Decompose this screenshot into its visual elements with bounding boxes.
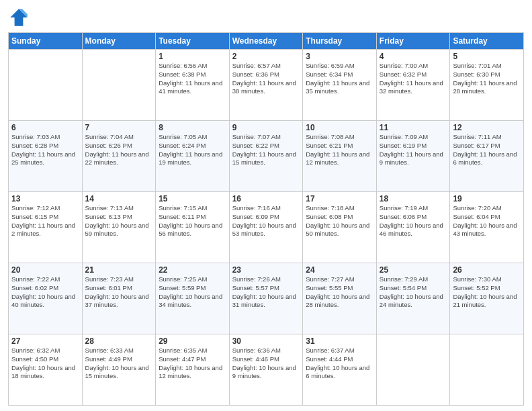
day-number: 19 — [453, 194, 521, 203]
day-number: 11 — [380, 123, 447, 132]
day-info: Sunrise: 7:08 AMSunset: 6:21 PMDaylight:… — [306, 133, 373, 167]
calendar-week-row: 13Sunrise: 7:12 AMSunset: 6:15 PMDayligh… — [9, 192, 524, 263]
calendar-cell — [9, 50, 83, 121]
day-number: 7 — [85, 123, 153, 132]
calendar-cell: 5Sunrise: 7:01 AMSunset: 6:30 PMDaylight… — [450, 50, 524, 121]
day-number: 9 — [232, 123, 300, 132]
calendar-cell: 13Sunrise: 7:12 AMSunset: 6:15 PMDayligh… — [9, 192, 83, 263]
calendar-cell: 17Sunrise: 7:18 AMSunset: 6:08 PMDayligh… — [303, 192, 377, 263]
day-info: Sunrise: 7:20 AMSunset: 6:04 PMDaylight:… — [453, 204, 521, 238]
day-info: Sunrise: 7:22 AMSunset: 6:02 PMDaylight:… — [11, 275, 79, 310]
logo — [8, 7, 32, 28]
day-number: 29 — [159, 336, 226, 346]
calendar-cell: 23Sunrise: 7:26 AMSunset: 5:57 PMDayligh… — [229, 263, 303, 334]
day-info: Sunrise: 7:05 AMSunset: 6:24 PMDaylight:… — [159, 133, 226, 167]
day-number: 8 — [159, 123, 226, 132]
day-number: 2 — [232, 52, 300, 61]
day-number: 26 — [453, 265, 521, 275]
day-info: Sunrise: 7:01 AMSunset: 6:30 PMDaylight:… — [453, 62, 521, 96]
weekday-header: Wednesday — [229, 33, 303, 50]
calendar-cell: 21Sunrise: 7:23 AMSunset: 6:01 PMDayligh… — [82, 263, 156, 334]
weekday-header: Sunday — [9, 33, 83, 50]
calendar-table: SundayMondayTuesdayWednesdayThursdayFrid… — [8, 32, 524, 406]
weekday-header: Thursday — [303, 33, 377, 50]
calendar-cell — [450, 334, 524, 406]
day-info: Sunrise: 7:03 AMSunset: 6:28 PMDaylight:… — [11, 133, 79, 167]
day-number: 10 — [306, 123, 373, 132]
day-info: Sunrise: 7:26 AMSunset: 5:57 PMDaylight:… — [232, 275, 300, 310]
calendar-cell: 18Sunrise: 7:19 AMSunset: 6:06 PMDayligh… — [376, 192, 450, 263]
day-number: 25 — [380, 265, 447, 275]
day-info: Sunrise: 7:00 AMSunset: 6:32 PMDaylight:… — [380, 62, 447, 96]
calendar-cell: 8Sunrise: 7:05 AMSunset: 6:24 PMDaylight… — [156, 121, 230, 192]
day-number: 28 — [85, 336, 153, 346]
day-number: 21 — [85, 265, 153, 275]
header — [8, 7, 524, 28]
calendar-cell: 11Sunrise: 7:09 AMSunset: 6:19 PMDayligh… — [376, 121, 450, 192]
day-number: 14 — [85, 194, 153, 203]
day-number: 4 — [380, 52, 447, 61]
day-info: Sunrise: 7:13 AMSunset: 6:13 PMDaylight:… — [85, 204, 153, 238]
calendar-cell: 14Sunrise: 7:13 AMSunset: 6:13 PMDayligh… — [82, 192, 156, 263]
day-info: Sunrise: 7:11 AMSunset: 6:17 PMDaylight:… — [453, 133, 521, 167]
day-number: 5 — [453, 52, 521, 61]
day-number: 22 — [159, 265, 226, 275]
day-number: 15 — [159, 194, 226, 203]
weekday-header: Monday — [82, 33, 156, 50]
day-info: Sunrise: 7:09 AMSunset: 6:19 PMDaylight:… — [380, 133, 447, 167]
day-info: Sunrise: 7:15 AMSunset: 6:11 PMDaylight:… — [159, 204, 226, 238]
calendar-cell: 4Sunrise: 7:00 AMSunset: 6:32 PMDaylight… — [376, 50, 450, 121]
day-info: Sunrise: 7:12 AMSunset: 6:15 PMDaylight:… — [11, 204, 79, 238]
day-number: 18 — [380, 194, 447, 203]
day-number: 16 — [232, 194, 300, 203]
calendar-cell: 6Sunrise: 7:03 AMSunset: 6:28 PMDaylight… — [9, 121, 83, 192]
svg-marker-0 — [10, 9, 28, 26]
day-number: 20 — [11, 265, 79, 275]
day-info: Sunrise: 6:59 AMSunset: 6:34 PMDaylight:… — [306, 62, 373, 96]
calendar-cell: 7Sunrise: 7:04 AMSunset: 6:26 PMDaylight… — [82, 121, 156, 192]
calendar-cell: 12Sunrise: 7:11 AMSunset: 6:17 PMDayligh… — [450, 121, 524, 192]
day-number: 6 — [11, 123, 79, 132]
day-info: Sunrise: 7:18 AMSunset: 6:08 PMDaylight:… — [306, 204, 373, 238]
day-number: 17 — [306, 194, 373, 203]
day-info: Sunrise: 7:23 AMSunset: 6:01 PMDaylight:… — [85, 275, 153, 310]
logo-icon — [8, 7, 30, 28]
calendar-cell: 3Sunrise: 6:59 AMSunset: 6:34 PMDaylight… — [303, 50, 377, 121]
calendar-week-row: 1Sunrise: 6:56 AMSunset: 6:38 PMDaylight… — [9, 50, 524, 121]
calendar-cell: 30Sunrise: 6:36 AMSunset: 4:46 PMDayligh… — [229, 334, 303, 406]
day-number: 30 — [232, 336, 300, 346]
page: SundayMondayTuesdayWednesdayThursdayFrid… — [0, 0, 532, 411]
calendar-cell: 1Sunrise: 6:56 AMSunset: 6:38 PMDaylight… — [156, 50, 230, 121]
day-number: 3 — [306, 52, 373, 61]
weekday-header: Saturday — [450, 33, 524, 50]
day-info: Sunrise: 6:36 AMSunset: 4:46 PMDaylight:… — [232, 347, 300, 381]
calendar-week-row: 20Sunrise: 7:22 AMSunset: 6:02 PMDayligh… — [9, 263, 524, 334]
day-info: Sunrise: 6:35 AMSunset: 4:47 PMDaylight:… — [159, 347, 226, 381]
calendar-cell: 28Sunrise: 6:33 AMSunset: 4:49 PMDayligh… — [82, 334, 156, 406]
day-number: 1 — [159, 52, 226, 61]
calendar-cell: 10Sunrise: 7:08 AMSunset: 6:21 PMDayligh… — [303, 121, 377, 192]
day-number: 24 — [306, 265, 373, 275]
day-info: Sunrise: 6:32 AMSunset: 4:50 PMDaylight:… — [11, 347, 79, 381]
calendar-cell: 29Sunrise: 6:35 AMSunset: 4:47 PMDayligh… — [156, 334, 230, 406]
calendar-cell: 25Sunrise: 7:29 AMSunset: 5:54 PMDayligh… — [376, 263, 450, 334]
day-info: Sunrise: 6:57 AMSunset: 6:36 PMDaylight:… — [232, 62, 300, 96]
calendar-header-row: SundayMondayTuesdayWednesdayThursdayFrid… — [9, 33, 524, 50]
day-info: Sunrise: 6:56 AMSunset: 6:38 PMDaylight:… — [159, 62, 226, 96]
day-info: Sunrise: 7:19 AMSunset: 6:06 PMDaylight:… — [380, 204, 447, 238]
day-number: 23 — [232, 265, 300, 275]
day-number: 12 — [453, 123, 521, 132]
calendar-week-row: 6Sunrise: 7:03 AMSunset: 6:28 PMDaylight… — [9, 121, 524, 192]
weekday-header: Tuesday — [156, 33, 230, 50]
calendar-cell: 16Sunrise: 7:16 AMSunset: 6:09 PMDayligh… — [229, 192, 303, 263]
calendar-week-row: 27Sunrise: 6:32 AMSunset: 4:50 PMDayligh… — [9, 334, 524, 406]
calendar-cell — [376, 334, 450, 406]
day-info: Sunrise: 7:16 AMSunset: 6:09 PMDaylight:… — [232, 204, 300, 238]
calendar-cell: 9Sunrise: 7:07 AMSunset: 6:22 PMDaylight… — [229, 121, 303, 192]
day-info: Sunrise: 7:04 AMSunset: 6:26 PMDaylight:… — [85, 133, 153, 167]
calendar-cell: 19Sunrise: 7:20 AMSunset: 6:04 PMDayligh… — [450, 192, 524, 263]
calendar-cell: 24Sunrise: 7:27 AMSunset: 5:55 PMDayligh… — [303, 263, 377, 334]
calendar-cell: 2Sunrise: 6:57 AMSunset: 6:36 PMDaylight… — [229, 50, 303, 121]
calendar-cell: 22Sunrise: 7:25 AMSunset: 5:59 PMDayligh… — [156, 263, 230, 334]
day-info: Sunrise: 7:25 AMSunset: 5:59 PMDaylight:… — [159, 275, 226, 310]
